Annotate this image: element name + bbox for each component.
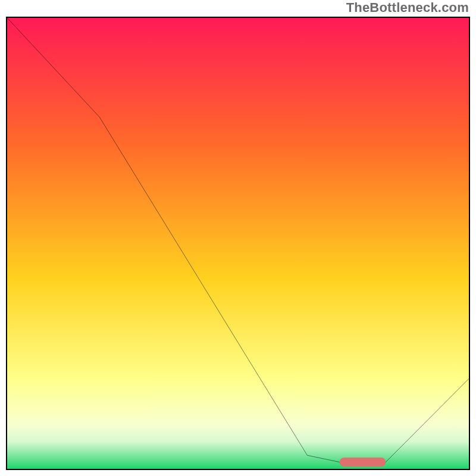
svg-rect-1 — [340, 458, 386, 466]
watermark-text: TheBottleneck.com — [346, 0, 469, 15]
chart-wrapper: TheBottleneck.com — [0, 0, 476, 476]
optimal-range-marker — [7, 18, 469, 469]
plot-area — [6, 17, 470, 470]
